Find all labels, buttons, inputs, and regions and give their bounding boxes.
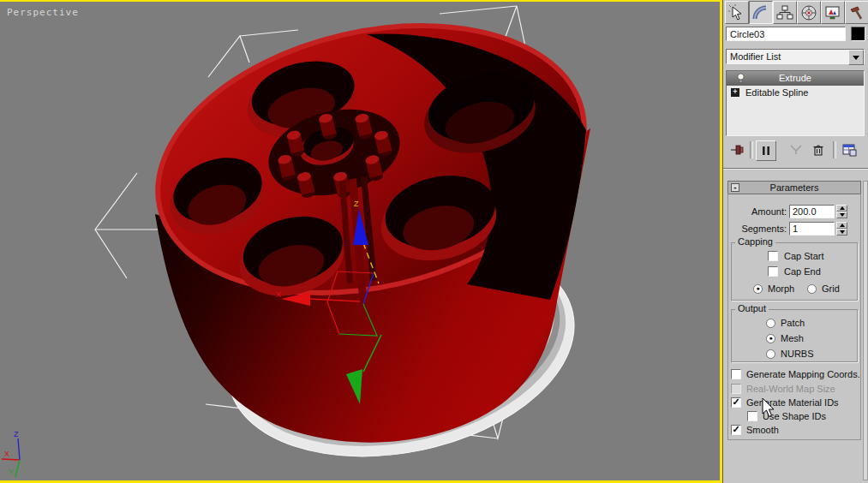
nurbs-label[interactable]: NURBS — [781, 349, 814, 359]
cap-end-checkbox[interactable] — [768, 266, 778, 277]
pin-stack-button[interactable] — [728, 140, 747, 159]
smooth-label[interactable]: Smooth — [746, 425, 779, 435]
3d-app-window: Perspective — [0, 0, 868, 483]
command-panel-tabs — [725, 1, 868, 23]
morph-label[interactable]: Morph — [768, 283, 794, 294]
modifier-stack-list: Extrude + Editable Spline — [726, 70, 865, 136]
show-end-result-icon — [759, 144, 773, 158]
stack-item-editable-spline[interactable]: + Editable Spline — [727, 86, 864, 100]
tripod-y-label: Y — [9, 468, 14, 476]
amount-field[interactable]: 200.0 — [789, 205, 835, 218]
morph-radio[interactable]: ● — [753, 284, 763, 294]
amount-label: Amount: — [732, 206, 787, 217]
cap-start-checkbox[interactable] — [768, 251, 778, 261]
real-world-map-size-checkbox — [731, 384, 741, 394]
tab-modify[interactable] — [749, 1, 773, 24]
spinner-up-button[interactable] — [836, 222, 847, 229]
modify-bend-icon — [752, 4, 769, 21]
command-panel: Circle03 Modifier List Extrude + Editabl… — [722, 0, 868, 483]
make-unique-button[interactable] — [787, 140, 805, 159]
segments-label: Segments: — [732, 224, 787, 234]
dropdown-button[interactable] — [848, 50, 864, 65]
mouse-cursor — [762, 398, 777, 422]
toolbar-separator — [833, 141, 836, 158]
configure-sets-icon — [841, 142, 857, 158]
rollout-title: Parameters — [770, 182, 819, 193]
tripod-x-label: X — [4, 450, 9, 458]
spinner-down-button[interactable] — [836, 229, 847, 236]
trash-icon — [811, 142, 826, 158]
stack-item-label: Extrude — [779, 71, 811, 86]
tab-display[interactable] — [821, 1, 845, 24]
patch-radio[interactable] — [766, 319, 775, 328]
make-unique-icon — [788, 142, 804, 158]
chevron-down-icon — [853, 56, 859, 60]
amount-spinner — [836, 205, 847, 218]
segments-spinner — [836, 222, 847, 236]
gizmo-x-label: X — [276, 290, 281, 299]
create-arrow-icon — [728, 4, 745, 21]
spinner-up-button[interactable] — [836, 205, 847, 212]
tab-utilities[interactable] — [845, 1, 868, 24]
capping-group-title: Capping — [735, 236, 775, 247]
real-world-map-size-label: Real-World Map Size — [746, 384, 835, 394]
generate-material-ids-checkbox[interactable]: ✓ — [731, 397, 741, 408]
cap-start-label[interactable]: Cap Start — [784, 251, 823, 261]
output-group-title: Output — [735, 303, 769, 313]
generate-mapping-coords-label[interactable]: Generate Mapping Coords. — [746, 369, 860, 379]
parameters-rollout-header[interactable]: - Parameters — [727, 181, 861, 194]
stack-item-extrude[interactable]: Extrude — [727, 71, 864, 86]
show-end-result-button[interactable] — [756, 140, 776, 161]
mesh-radio[interactable]: ● — [766, 334, 775, 343]
world-axis-tripod: X Z Y — [2, 430, 20, 477]
modifier-list-label: Modifier List — [727, 50, 864, 63]
modifier-list-dropdown[interactable]: Modifier List — [726, 49, 865, 64]
hierarchy-icon — [776, 4, 793, 21]
perspective-viewport[interactable]: Perspective — [0, 0, 722, 483]
motion-wheel-icon — [800, 4, 817, 21]
nurbs-radio[interactable] — [766, 349, 775, 359]
generate-material-ids-label[interactable]: Generate Material IDs — [746, 397, 839, 408]
configure-modifier-sets-button[interactable] — [840, 140, 859, 159]
bulb-icon[interactable] — [736, 73, 745, 84]
remove-modifier-button[interactable] — [809, 140, 828, 159]
segments-field[interactable]: 1 — [789, 222, 835, 236]
tripod-z-label: Z — [14, 430, 19, 438]
smooth-checkbox[interactable]: ✓ — [731, 425, 741, 435]
pin-stack-icon — [730, 142, 745, 158]
object-color-swatch[interactable] — [851, 27, 865, 41]
tab-create[interactable] — [725, 1, 749, 24]
stack-item-label: Editable Spline — [745, 86, 808, 100]
patch-label[interactable]: Patch — [781, 318, 805, 328]
utilities-hammer-icon — [848, 4, 865, 21]
cursor-arrow-icon — [762, 398, 777, 420]
grid-label[interactable]: Grid — [822, 283, 840, 294]
toolbar-separator — [750, 141, 753, 158]
viewport-label[interactable]: Perspective — [7, 7, 79, 18]
tab-hierarchy[interactable] — [773, 1, 797, 24]
generate-mapping-coords-checkbox[interactable] — [731, 369, 741, 379]
panel-divider — [723, 168, 868, 170]
use-shape-ids-checkbox[interactable] — [747, 411, 757, 421]
mesh-label[interactable]: Mesh — [781, 333, 804, 343]
display-monitor-icon — [824, 4, 841, 21]
rollout-collapse-icon[interactable]: - — [731, 183, 739, 192]
viewport-canvas[interactable]: X Z X Z Y — [0, 2, 720, 480]
spinner-down-button[interactable] — [836, 212, 847, 218]
object-name-field[interactable]: Circle03 — [726, 27, 846, 41]
gizmo-z-label: Z — [354, 200, 359, 208]
tab-motion[interactable] — [797, 1, 821, 24]
expand-plus-icon[interactable]: + — [731, 88, 739, 97]
modifier-stack-toolbar — [723, 139, 868, 163]
grid-radio[interactable] — [807, 284, 817, 294]
panel-scrollbar[interactable] — [863, 181, 868, 480]
cap-end-label[interactable]: Cap End — [784, 266, 821, 277]
